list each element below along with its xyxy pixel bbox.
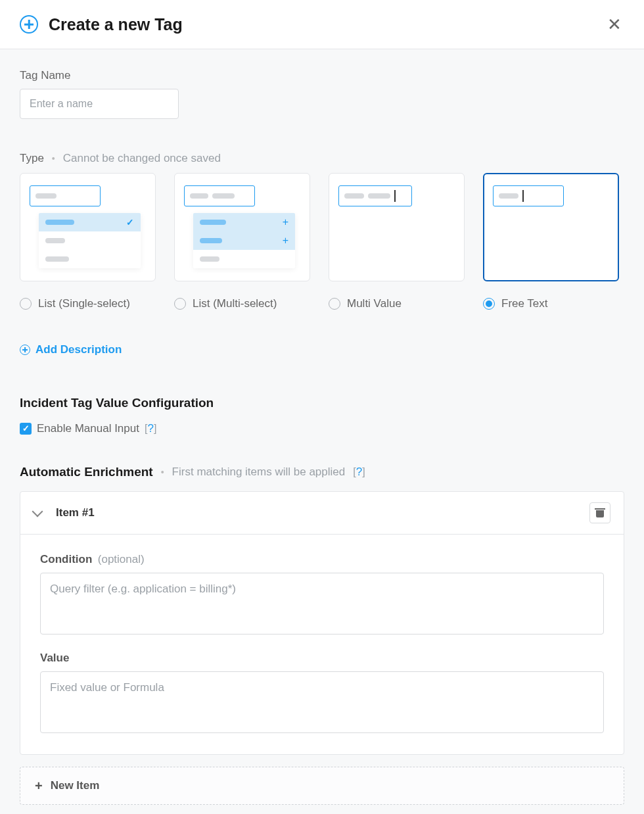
placeholder-pill <box>499 193 518 199</box>
plus-circle-icon <box>20 15 38 34</box>
enrichment-item-body: Condition (optional) Value <box>20 535 624 754</box>
enrichment-item: Item #1 Condition (optional) Value <box>20 491 624 755</box>
preview-dropdown-row <box>39 231 141 250</box>
help-wrapper: [?] <box>353 466 365 479</box>
value-block: Value <box>40 652 604 736</box>
pill-icon <box>45 238 65 243</box>
dot-separator: • <box>52 153 55 164</box>
add-description-label: Add Description <box>35 343 122 356</box>
check-icon: ✓ <box>126 217 134 227</box>
radio-multi-select[interactable]: List (Multi-select) <box>174 297 310 310</box>
trash-icon <box>596 508 604 517</box>
preview-dropdown-row <box>39 250 141 268</box>
plus-circle-icon <box>20 345 30 355</box>
modal-content: Tag Name Type • Cannot be changed once s… <box>0 49 644 814</box>
radio-label: List (Multi-select) <box>193 297 277 310</box>
preview-input <box>184 185 255 206</box>
placeholder-pill <box>190 193 208 199</box>
condition-input[interactable] <box>40 573 604 634</box>
new-item-button[interactable]: + New Item <box>20 767 624 805</box>
plus-icon: + <box>35 779 43 792</box>
preview-dropdown-row: + <box>193 213 295 231</box>
pill-icon <box>200 220 226 225</box>
radio-multi-value[interactable]: Multi Value <box>329 297 465 310</box>
value-input[interactable] <box>40 671 604 733</box>
dot-separator: • <box>161 467 164 477</box>
tag-name-label: Tag Name <box>20 69 624 82</box>
placeholder-pill <box>212 193 235 199</box>
radio-label: Multi Value <box>347 297 402 310</box>
radio-label: List (Single-select) <box>38 297 130 310</box>
pill-icon <box>45 256 69 262</box>
preview-dropdown: + + <box>193 213 295 268</box>
enrichment-item-header: Item #1 <box>20 492 624 535</box>
type-preview-multi-value <box>329 173 465 281</box>
pill-icon <box>45 220 74 225</box>
cursor-icon <box>522 190 524 202</box>
modal-header: Create a new Tag ✕ <box>0 0 644 49</box>
preview-dropdown-row: ✓ <box>39 213 141 231</box>
type-preview-multi-select: + + <box>174 173 310 281</box>
radio-icon <box>20 298 32 310</box>
plus-icon: + <box>283 235 288 247</box>
radio-icon <box>174 298 186 310</box>
preview-input <box>338 185 412 206</box>
enrichment-header: Automatic Enrichment • First matching it… <box>20 465 624 479</box>
cursor-icon <box>394 190 396 202</box>
radio-free-text[interactable]: Free Text <box>483 297 619 310</box>
radio-icon <box>329 298 340 310</box>
new-item-label: New Item <box>51 779 100 792</box>
condition-label: Condition <box>40 553 92 565</box>
type-preview-single-select: ✓ <box>20 173 156 281</box>
type-option-multi-select[interactable]: + + List (Multi-select) <box>174 173 310 310</box>
type-option-single-select[interactable]: ✓ List (Single-select) <box>20 173 156 310</box>
type-section-header: Type • Cannot be changed once saved <box>20 152 624 165</box>
enable-manual-input-label: Enable Manual Input <box>37 422 139 435</box>
type-options: ✓ List (Single-select) <box>20 173 624 310</box>
help-wrapper: [?] <box>145 422 156 435</box>
type-label: Type <box>20 152 44 165</box>
preview-dropdown-row <box>193 250 295 268</box>
enrichment-title: Automatic Enrichment <box>20 465 153 479</box>
enrichment-hint: First matching items will be applied <box>172 466 346 479</box>
tag-name-input[interactable] <box>20 89 179 119</box>
bracket-close: ] <box>362 466 365 477</box>
enable-manual-input-checkbox[interactable] <box>20 423 32 435</box>
close-button[interactable]: ✕ <box>605 13 624 36</box>
help-link[interactable]: ? <box>147 422 153 435</box>
delete-item-button[interactable] <box>589 502 610 523</box>
close-icon: ✕ <box>607 14 622 34</box>
pill-icon <box>200 256 219 262</box>
value-label: Value <box>40 652 69 664</box>
optional-label: (optional) <box>98 553 145 565</box>
type-option-multi-value[interactable]: Multi Value <box>329 173 465 310</box>
chevron-down-icon[interactable] <box>32 506 43 517</box>
preview-input <box>30 185 101 206</box>
placeholder-pill <box>368 193 390 199</box>
item-title: Item #1 <box>56 506 95 519</box>
help-link[interactable]: ? <box>356 466 362 478</box>
plus-icon: + <box>283 216 288 228</box>
value-config-title: Incident Tag Value Configuration <box>20 396 624 410</box>
pill-icon <box>200 238 222 243</box>
type-hint: Cannot be changed once saved <box>63 152 221 165</box>
radio-label: Free Text <box>501 297 548 310</box>
radio-single-select[interactable]: List (Single-select) <box>20 297 156 310</box>
bracket-close: ] <box>154 423 156 434</box>
preview-dropdown-row: + <box>193 231 295 250</box>
item-header-left: Item #1 <box>34 506 95 519</box>
type-option-free-text[interactable]: Free Text <box>483 173 619 310</box>
placeholder-pill <box>35 193 57 199</box>
radio-icon <box>483 298 495 310</box>
modal-title: Create a new Tag <box>49 15 183 34</box>
add-description-button[interactable]: Add Description <box>20 343 624 356</box>
placeholder-pill <box>344 193 364 199</box>
enable-manual-input-row: Enable Manual Input [?] <box>20 422 624 435</box>
type-preview-free-text <box>483 173 619 281</box>
condition-block: Condition (optional) <box>40 553 604 637</box>
preview-dropdown: ✓ <box>39 213 141 268</box>
preview-input <box>493 185 564 206</box>
header-left: Create a new Tag <box>20 15 183 34</box>
